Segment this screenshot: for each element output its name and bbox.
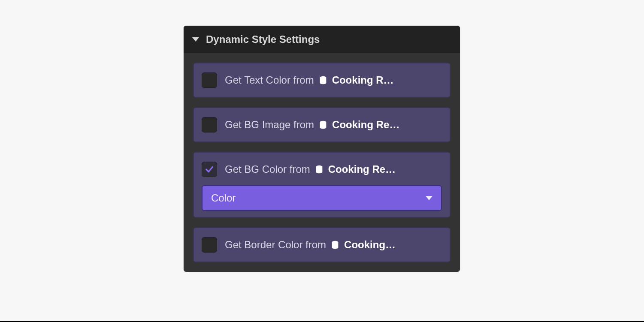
style-row-text[interactable]: Get Text Color from Cooking R… bbox=[225, 74, 442, 86]
panel-body: Get Text Color from Cooking R… Get BG Im… bbox=[184, 53, 460, 272]
style-row-label: Get BG Color from bbox=[225, 163, 310, 175]
bg-color-field-select[interactable]: Color bbox=[202, 185, 442, 211]
panel-title: Dynamic Style Settings bbox=[206, 33, 320, 45]
database-icon bbox=[330, 240, 340, 250]
style-row-border-color: Get Border Color from Cooking… bbox=[193, 227, 450, 262]
database-icon bbox=[318, 75, 328, 85]
data-source-name: Cooking Re… bbox=[332, 119, 399, 131]
select-value: Color bbox=[211, 192, 236, 204]
checkbox-bg-image[interactable] bbox=[202, 117, 217, 132]
panel-header[interactable]: Dynamic Style Settings bbox=[184, 26, 460, 53]
style-row-main: Get BG Image from Cooking Re… bbox=[202, 114, 442, 135]
style-row-text[interactable]: Get BG Image from Cooking Re… bbox=[225, 119, 442, 131]
check-icon bbox=[205, 165, 214, 174]
checkbox-border-color[interactable] bbox=[202, 237, 217, 253]
style-row-label: Get BG Image from bbox=[225, 119, 314, 131]
style-row-label: Get Border Color from bbox=[225, 239, 326, 251]
style-row-main: Get Text Color from Cooking R… bbox=[202, 69, 442, 91]
style-row-text[interactable]: Get BG Color from Cooking Re… bbox=[225, 163, 442, 175]
style-row-main: Get Border Color from Cooking… bbox=[202, 234, 442, 256]
chevron-down-icon bbox=[426, 196, 432, 200]
style-row-main: Get BG Color from Cooking Re… bbox=[202, 159, 442, 180]
style-row-text-color: Get Text Color from Cooking R… bbox=[193, 63, 450, 98]
caret-down-icon bbox=[192, 37, 199, 42]
data-source-name: Cooking R… bbox=[332, 74, 394, 86]
style-row-bg-color: Get BG Color from Cooking Re… Color bbox=[193, 152, 450, 218]
data-source-name: Cooking Re… bbox=[328, 163, 396, 175]
checkbox-bg-color[interactable] bbox=[202, 162, 217, 177]
checkbox-text-color[interactable] bbox=[202, 72, 217, 88]
style-row-text[interactable]: Get Border Color from Cooking… bbox=[225, 239, 442, 251]
style-row-label: Get Text Color from bbox=[225, 74, 314, 86]
data-source-name: Cooking… bbox=[344, 239, 396, 251]
dynamic-style-settings-panel: Dynamic Style Settings Get Text Color fr… bbox=[184, 26, 460, 272]
database-icon bbox=[318, 120, 328, 129]
style-row-bg-image: Get BG Image from Cooking Re… bbox=[193, 107, 450, 142]
database-icon bbox=[314, 165, 324, 174]
